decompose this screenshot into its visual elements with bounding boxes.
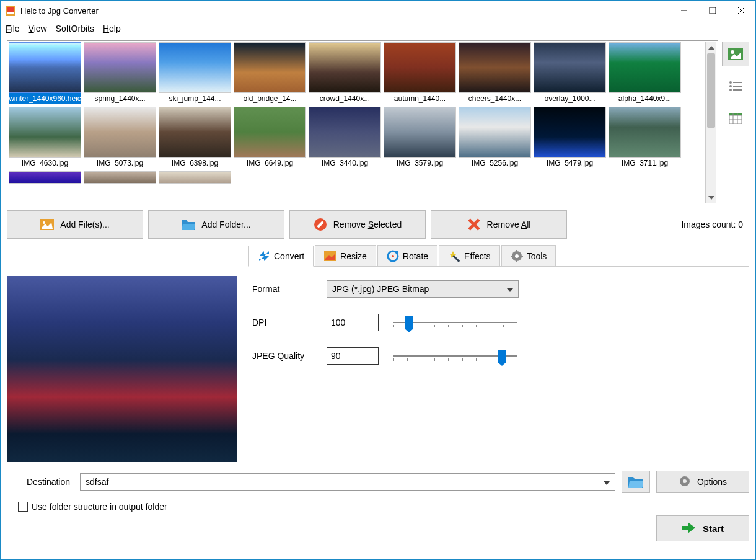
- thumbnail-item[interactable]: autumn_1440...: [384, 42, 456, 104]
- menu-softorbits[interactable]: SoftOrbits: [56, 24, 94, 33]
- remove-all-button[interactable]: Remove All: [431, 210, 567, 239]
- rotate-icon: [387, 250, 399, 262]
- svg-rect-18: [729, 113, 742, 115]
- thumbnail-item[interactable]: [9, 171, 81, 184]
- destination-select[interactable]: sdfsaf: [80, 473, 615, 491]
- thumbnail-image: [384, 107, 456, 158]
- svg-point-16: [729, 89, 732, 91]
- tab-tools[interactable]: Tools: [501, 245, 556, 266]
- thumbnail-item[interactable]: spring_1440x...: [84, 42, 156, 104]
- thumbnail-item[interactable]: IMG_6649.jpg: [234, 107, 306, 169]
- add-folder-label: Add Folder...: [201, 220, 250, 229]
- view-grid-button[interactable]: [722, 106, 749, 131]
- thumbnail-label: cheers_1440x...: [459, 93, 531, 104]
- thumbnail-image: [159, 107, 231, 158]
- start-button[interactable]: Start: [656, 515, 749, 541]
- menu-help[interactable]: Help: [103, 24, 121, 33]
- svg-rect-44: [516, 260, 517, 262]
- thumbnail-label: winter_1440x960.heic: [9, 93, 81, 104]
- thumbnail-item[interactable]: cheers_1440x...: [459, 42, 531, 104]
- thumbnail-item[interactable]: overlay_1000...: [534, 42, 606, 104]
- thumbnail-label: spring_1440x...: [84, 93, 156, 104]
- format-select[interactable]: JPG (*.jpg) JPEG Bitmap: [327, 280, 519, 298]
- gallery-scrollbar[interactable]: [705, 42, 716, 203]
- thumbnail-item[interactable]: old_bridge_14...: [234, 42, 306, 104]
- thumbnail-image: [309, 42, 381, 93]
- maximize-button[interactable]: [698, 1, 727, 20]
- quality-slider-handle[interactable]: [498, 350, 506, 362]
- dpi-input[interactable]: [327, 314, 379, 331]
- thumbnail-item[interactable]: alpha_1440x9...: [609, 42, 681, 104]
- remove-selected-icon: [314, 218, 327, 231]
- tab-convert[interactable]: Convert: [248, 246, 314, 267]
- dpi-label: DPI: [252, 318, 327, 327]
- thumbnail-item[interactable]: IMG_5479.jpg: [534, 107, 606, 169]
- dpi-slider-handle[interactable]: [405, 316, 413, 329]
- thumbnail-item[interactable]: IMG_5073.jpg: [84, 107, 156, 169]
- remove-selected-button[interactable]: Remove Selected: [289, 210, 426, 239]
- preview-pane: [7, 245, 237, 462]
- chevron-down-icon: [604, 477, 610, 487]
- thumbnail-item[interactable]: [159, 171, 231, 184]
- quality-input[interactable]: [327, 347, 379, 365]
- view-thumbnails-button[interactable]: [722, 42, 749, 66]
- preview-image: [7, 276, 237, 462]
- thumbnail-item[interactable]: [84, 171, 156, 184]
- options-button[interactable]: Options: [656, 471, 749, 493]
- thumbnail-image: [459, 42, 531, 93]
- thumbnail-image: [9, 42, 81, 93]
- thumbnail-item[interactable]: IMG_4630.jpg: [9, 107, 81, 169]
- thumbnail-image: [309, 107, 381, 158]
- add-folder-button[interactable]: Add Folder...: [148, 210, 284, 239]
- view-list-button[interactable]: [722, 74, 749, 99]
- thumbnail-item[interactable]: IMG_3579.jpg: [384, 107, 456, 169]
- tab-resize[interactable]: Resize: [315, 245, 376, 266]
- dpi-slider[interactable]: [393, 316, 517, 329]
- scroll-up-icon[interactable]: [706, 42, 716, 53]
- gear-icon: [679, 475, 691, 489]
- svg-rect-17: [733, 89, 742, 91]
- resize-icon: [324, 250, 336, 262]
- thumbnail-item[interactable]: IMG_3711.jpg: [609, 107, 681, 169]
- add-files-button[interactable]: Add File(s)...: [7, 210, 143, 239]
- tab-effects[interactable]: Effects: [439, 245, 500, 266]
- quality-slider[interactable]: [393, 350, 517, 362]
- thumbnail-item[interactable]: crowd_1440x...: [309, 42, 381, 104]
- thumbnail-label: old_bridge_14...: [234, 93, 306, 104]
- scroll-thumb[interactable]: [707, 53, 715, 128]
- thumbnail-image: [534, 42, 606, 93]
- svg-marker-33: [259, 256, 269, 261]
- folder-structure-checkbox[interactable]: [18, 502, 28, 512]
- minimize-button[interactable]: [670, 1, 698, 20]
- quality-label: JPEG Quality: [252, 351, 327, 361]
- browse-folder-button[interactable]: [622, 471, 650, 493]
- scroll-down-icon[interactable]: [706, 192, 716, 203]
- thumbnail-image: [9, 171, 81, 184]
- svg-point-24: [43, 221, 45, 224]
- svg-marker-48: [604, 481, 610, 485]
- thumbnail-item[interactable]: IMG_5256.jpg: [459, 107, 531, 169]
- svg-marker-54: [688, 522, 695, 533]
- thumbnail-item[interactable]: IMG_3440.jpg: [309, 107, 381, 169]
- thumbnail-image: [159, 171, 231, 184]
- thumbnail-image: [159, 42, 231, 93]
- menu-view[interactable]: View: [29, 24, 47, 33]
- thumbnail-gallery: winter_1440x960.heicspring_1440x...ski_j…: [7, 40, 718, 205]
- tab-rotate[interactable]: Rotate: [377, 245, 437, 266]
- thumbnail-item[interactable]: IMG_6398.jpg: [159, 107, 231, 169]
- svg-point-42: [515, 254, 519, 258]
- svg-marker-32: [259, 251, 269, 256]
- thumbnail-image: [84, 42, 156, 93]
- thumbnail-label: IMG_4630.jpg: [9, 158, 81, 169]
- svg-marker-50: [628, 481, 643, 488]
- thumbnail-label: IMG_5256.jpg: [459, 158, 531, 169]
- svg-rect-45: [511, 256, 513, 257]
- thumbnail-image: [609, 107, 681, 158]
- folder-structure-label: Use folder structure in output folder: [32, 502, 167, 512]
- thumbnail-label: IMG_5073.jpg: [84, 158, 156, 169]
- menu-file[interactable]: File: [6, 24, 20, 33]
- close-button[interactable]: [727, 1, 755, 20]
- thumbnail-item[interactable]: ski_jump_144...: [159, 42, 231, 104]
- svg-rect-15: [733, 86, 742, 87]
- thumbnail-item[interactable]: winter_1440x960.heic: [9, 42, 81, 104]
